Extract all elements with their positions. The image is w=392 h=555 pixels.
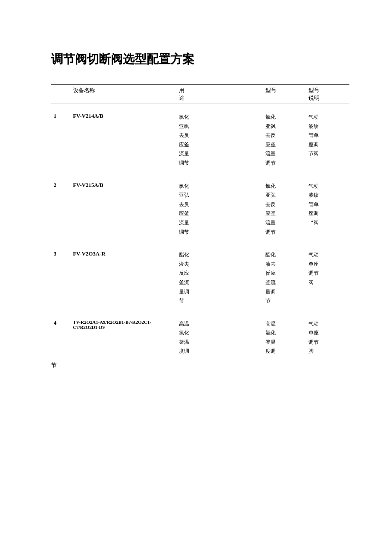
row-yongtu: 氯化亚飒去反应釜流量调节 (176, 104, 263, 170)
row-shuoming: 气动波纹管单座调节阀 (306, 104, 349, 170)
yongtu-text: 氯化亚飒去反应釜流量调节 (179, 114, 189, 166)
row-yongtu: 氯化亚弘去反应釜流量调节 (176, 177, 263, 239)
row-shuoming: 气动单座调节阀 (306, 245, 349, 308)
num-value: 3 (54, 250, 57, 257)
row-spacer (51, 308, 349, 314)
table-row: 1 FV-V214A/B 氯化亚飒去反应釜流量调节 氯化亚飒去反应釜流量调节 气… (51, 104, 349, 170)
table-row: 4 TV-R2O2A1-A9/R2O2B1-B7/R2O2C1-C7/R2O2D… (51, 314, 349, 358)
header-xinghao: 型号 (263, 85, 306, 104)
xinghao-text: 酯化液去反应釜流量调节 (265, 252, 276, 304)
row-yongtu: 高温氯化釜温度调 (176, 314, 263, 358)
shuoming-line1: 型号 (308, 87, 320, 93)
row-xinghao: 酯化液去反应釜流量调节 (263, 245, 306, 308)
row-shuoming: 气动波纹管单座调〞阀 (306, 177, 349, 239)
table-row: 2 FV-V215A/B 氯化亚弘去反应釜流量调节 氯化亚弘去反应釜流量调节 气… (51, 177, 349, 239)
row-xinghao: 氯化亚弘去反应釜流量调节 (263, 177, 306, 239)
yongtu-text: 酯化液去反应釜流量调节 (179, 252, 189, 304)
yongtu-line2: 途 (179, 95, 184, 101)
header-num (51, 85, 70, 104)
name-value: TV-R2O2A1-A9/R2O2B1-B7/R2O2C1-C7/R2O2D1-… (73, 320, 151, 330)
row-name: FV-V214A/B (70, 104, 176, 170)
yongtu-text: 氯化亚弘去反应釜流量调节 (179, 183, 189, 235)
main-table: 设备名称 用 途 型号 型号 说明 1 FV-V214A/B (51, 84, 349, 358)
row-name: FV-V2O3A-R (70, 245, 176, 308)
shuoming-text: 气动波纹管单座调节阀 (308, 114, 319, 157)
yongtu-text: 高温氯化釜温度调 (179, 321, 189, 355)
row-spacer (51, 238, 349, 245)
shuoming-text: 气动波纹管单座调〞阀 (308, 183, 319, 226)
row-spacer (51, 170, 349, 177)
header-yongtu: 用 途 (176, 85, 263, 104)
page-container: 调节阀切断阀选型配置方案 设备名称 用 途 型号 型号 说明 (0, 0, 392, 555)
footer-note: 节 (51, 361, 349, 369)
shuoming-line2: 说明 (308, 95, 320, 101)
row-name: FV-V215A/B (70, 177, 176, 239)
row-num: 2 (51, 177, 70, 239)
name-value: FV-V214A/B (73, 113, 103, 119)
table-row: 3 FV-V2O3A-R 酯化液去反应釜流量调节 酯化液去反应釜流量调节 气动单… (51, 245, 349, 308)
row-yongtu: 酯化液去反应釜流量调节 (176, 245, 263, 308)
table-header: 设备名称 用 途 型号 型号 说明 (51, 85, 349, 104)
xinghao-text: 氯化亚弘去反应釜流量调节 (265, 183, 276, 235)
num-value: 2 (54, 182, 57, 188)
shuoming-text: 气动单座调节阀 (308, 252, 319, 285)
header-shuoming: 型号 说明 (306, 85, 349, 104)
yongtu-line1: 用 (179, 87, 184, 93)
xinghao-text: 氯化亚飒去反应釜流量调节 (265, 114, 276, 166)
row-num: 1 (51, 104, 70, 170)
row-xinghao: 高温氯化釜温度调 (263, 314, 306, 358)
num-value: 1 (54, 113, 57, 119)
row-shuoming: 气动单座调节脚 (306, 314, 349, 358)
row-num: 4 (51, 314, 70, 358)
footer-text: 节 (51, 362, 57, 368)
row-name: TV-R2O2A1-A9/R2O2B1-B7/R2O2C1-C7/R2O2D1-… (70, 314, 176, 358)
shuoming-text: 气动单座调节脚 (308, 321, 319, 355)
header-name: 设备名称 (70, 85, 176, 104)
row-num: 3 (51, 245, 70, 308)
row-xinghao: 氯化亚飒去反应釜流量调节 (263, 104, 306, 170)
xinghao-text: 高温氯化釜温度调 (265, 321, 276, 355)
num-value: 4 (54, 320, 57, 326)
table-body: 1 FV-V214A/B 氯化亚飒去反应釜流量调节 氯化亚飒去反应釜流量调节 气… (51, 104, 349, 358)
name-value: FV-V215A/B (73, 182, 103, 188)
name-value: FV-V2O3A-R (73, 250, 105, 257)
page-title: 调节阀切断阀选型配置方案 (51, 51, 349, 67)
